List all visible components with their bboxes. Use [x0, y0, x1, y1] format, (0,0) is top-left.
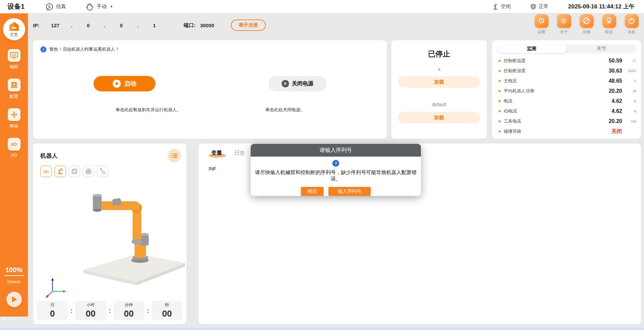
- tab-monitor[interactable]: 监测: [497, 44, 567, 53]
- simulation-icon: S: [45, 3, 53, 11]
- svg-text:S: S: [48, 5, 50, 9]
- bullet-icon: [499, 110, 501, 112]
- ip-dot: .: [71, 23, 72, 28]
- timer-separator: :: [106, 307, 113, 315]
- sidebar-item-label: I/O: [11, 153, 17, 158]
- robot-arm-icon: [492, 3, 499, 10]
- logout-button[interactable]: 注销: [579, 14, 594, 35]
- start-robot-button[interactable]: 启动: [94, 76, 155, 91]
- monitor-row: 电流4.62A: [497, 96, 636, 106]
- sidebar-item-home[interactable]: 主页: [3, 18, 25, 40]
- robot-arm-icon: [57, 168, 64, 175]
- timer-days: 日 0: [37, 301, 68, 320]
- sidebar-item-config[interactable]: 配置: [8, 79, 21, 99]
- tool-frame-toggle[interactable]: [97, 166, 108, 177]
- dialog-message: 请尽快输入机械臂和控制柜的序列号，缺少序列号可能导致机器人配置错误。: [251, 169, 421, 182]
- ip-octet-3[interactable]: 0: [111, 23, 132, 28]
- quick-actions: 设置 i 关于 注销 锁定 关机: [534, 14, 639, 35]
- monitor-row: 控制柜温度50.59°C: [497, 56, 636, 66]
- chevron-down-icon: ▼: [110, 5, 113, 8]
- simulation-indicator[interactable]: S 仿真: [45, 3, 66, 11]
- play-icon: [12, 296, 17, 302]
- dialog-title: 请输入序列号: [251, 144, 421, 157]
- shutdown-label: 关机: [628, 29, 636, 35]
- monitor-tabs: 监测 关节: [497, 44, 636, 53]
- program-status-card: 已停止 a 加载 default 加载: [391, 40, 487, 139]
- about-button[interactable]: i 关于: [556, 14, 572, 35]
- lock-label: 锁定: [605, 29, 613, 35]
- top-bar: 设备1 S 仿真 手动 ▼ 空闲 正常 2025-09-16 11:44:12 …: [0, 0, 644, 13]
- question-mark: ?: [2, 318, 6, 325]
- sidebar-item-program[interactable]: 编程: [8, 49, 21, 70]
- mode-label: 手动: [97, 3, 107, 10]
- bullet-icon: [499, 100, 501, 102]
- sidebar-item-move[interactable]: 移动: [8, 108, 21, 129]
- monitor-row: IO电流4.62A: [497, 106, 636, 116]
- timer-hours: 小时 00: [75, 301, 106, 320]
- load-program-button[interactable]: 加载: [398, 76, 480, 88]
- question-mark: ?: [12, 318, 16, 325]
- tab-joints[interactable]: 关节: [567, 44, 637, 53]
- port-label: 端口:: [184, 22, 195, 29]
- ip-octet-1[interactable]: 127: [45, 23, 66, 28]
- timer-seconds: 秒 00: [151, 301, 182, 320]
- disconnect-button[interactable]: 断开连接: [231, 19, 266, 31]
- bottom-scrollbar[interactable]: [0, 328, 644, 330]
- port-value[interactable]: 30000: [200, 23, 214, 28]
- robot-3d-viewport[interactable]: [33, 177, 186, 301]
- ip-label: IP:: [33, 23, 39, 28]
- start-caption: 单击此处释放刹车并运行机器人。: [80, 107, 217, 113]
- hand-icon: [85, 3, 94, 11]
- base-plate-toggle[interactable]: [40, 166, 52, 177]
- speed-mms: 0mm/s: [7, 279, 21, 284]
- safety-zone-toggle[interactable]: [83, 166, 94, 177]
- bounding-box-toggle[interactable]: [69, 166, 80, 177]
- code-icon: [8, 49, 21, 62]
- robot-model-toggle[interactable]: [55, 166, 66, 177]
- robot-state-label: 空闲: [501, 3, 511, 10]
- mode-selector[interactable]: 手动 ▼: [85, 3, 113, 11]
- settings-button[interactable]: 设置: [534, 14, 549, 35]
- shield-icon: [530, 3, 536, 10]
- book-download-icon: [8, 79, 21, 91]
- safety-state-indicator: 正常: [530, 3, 548, 10]
- monitor-row: 碰撞等级关闭: [497, 126, 636, 136]
- tab-log[interactable]: 日志: [234, 150, 245, 157]
- info-icon: i: [40, 46, 46, 52]
- config-name: default: [432, 102, 446, 107]
- shutdown-button[interactable]: 关机: [624, 14, 639, 35]
- lock-button[interactable]: 锁定: [601, 14, 617, 35]
- power-off-button[interactable]: ✕ 关闭电源: [269, 76, 326, 91]
- ip-dot: .: [104, 23, 105, 28]
- shield-circle-icon: [85, 168, 92, 175]
- robot-3d-render: [33, 177, 186, 301]
- robot-3d-card: 机器人: [33, 143, 186, 324]
- later-button[interactable]: 稍后: [301, 187, 324, 196]
- play-circle-icon: [113, 80, 121, 88]
- ip-dot: .: [137, 23, 139, 28]
- timer-separator: :: [144, 307, 152, 315]
- tab-variables[interactable]: 变量: [211, 150, 222, 157]
- start-label: 启动: [124, 80, 136, 88]
- bullet-icon: [499, 90, 501, 92]
- load-config-button[interactable]: 加载: [398, 112, 480, 123]
- sidebar-item-label: 移动: [10, 123, 19, 129]
- info-icon: i: [557, 14, 571, 28]
- speed-percentage[interactable]: 100%: [4, 266, 24, 276]
- sidebar-item-label: 编程: [10, 64, 19, 70]
- help-icon: ?: [332, 160, 339, 167]
- power-off-label: 关闭电源: [292, 80, 314, 87]
- home-icon: [8, 21, 20, 31]
- logout-label: 注销: [582, 29, 591, 35]
- warning-text: 警告！启动机器人时要远离机器人！: [49, 46, 119, 52]
- enter-serial-button[interactable]: 输入序列号: [328, 187, 371, 196]
- ip-octet-4[interactable]: 1: [144, 23, 165, 28]
- run-program-button[interactable]: [6, 292, 22, 307]
- sidebar-item-io[interactable]: I/O I/O: [8, 138, 21, 158]
- uptime-timer: 日 0 : 小时 00 : 分钟 00 : 秒 00: [33, 301, 186, 320]
- view-options-button[interactable]: [168, 149, 181, 162]
- settings-label: 设置: [537, 29, 545, 35]
- ip-octet-2[interactable]: 0: [78, 23, 99, 28]
- bullet-icon: [499, 130, 501, 132]
- power-icon: [625, 14, 638, 28]
